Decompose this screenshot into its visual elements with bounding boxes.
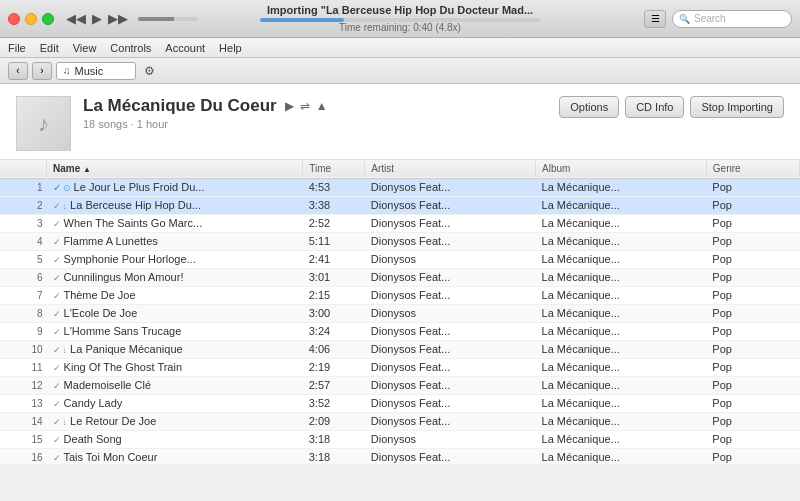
album-title: La Mécanique Du Coeur <box>83 96 277 116</box>
track-genre: Pop <box>706 430 799 448</box>
menu-account[interactable]: Account <box>165 42 205 54</box>
status-icons: ✓ <box>53 237 61 247</box>
shuffle-icon[interactable]: ⇌ <box>300 99 310 113</box>
track-number: 6 <box>0 268 47 286</box>
track-album: La Mécanique... <box>536 448 707 464</box>
check-icon: ✓ <box>53 309 61 319</box>
breadcrumb: ♫ Music <box>56 62 136 80</box>
track-artist: Dionysos Feat... <box>365 178 536 196</box>
col-header-name[interactable]: Name ▲ <box>47 160 303 178</box>
album-info: La Mécanique Du Coeur ▶ ⇌ ▲ 18 songs · 1… <box>83 96 559 130</box>
table-row[interactable]: 2 ✓↓ La Berceuse Hip Hop Du... 3:38 Dion… <box>0 196 800 214</box>
track-album: La Mécanique... <box>536 412 707 430</box>
importing-arrow-icon: ⊙ <box>63 183 71 193</box>
rewind-button[interactable]: ◀◀ <box>66 11 86 26</box>
track-time: 2:52 <box>303 214 365 232</box>
importing-title: Importing "La Berceuse Hip Hop Du Docteu… <box>260 4 540 16</box>
track-table-container[interactable]: Name ▲ Time Artist Album Genre 1 ✓⊙ Le J… <box>0 160 800 464</box>
track-artist: Dionysos Feat... <box>365 232 536 250</box>
col-header-genre[interactable]: Genre <box>706 160 799 178</box>
search-placeholder: Search <box>694 13 726 24</box>
track-artist: Dionysos <box>365 304 536 322</box>
gear-button[interactable]: ⚙ <box>140 62 158 80</box>
menu-view[interactable]: View <box>73 42 97 54</box>
check-green-icon: ✓ <box>53 182 61 193</box>
track-time: 4:53 <box>303 178 365 196</box>
table-row[interactable]: 12 ✓ Mademoiselle Clé 2:57 Dionysos Feat… <box>0 376 800 394</box>
table-header-row: Name ▲ Time Artist Album Genre <box>0 160 800 178</box>
album-header: ♪ La Mécanique Du Coeur ▶ ⇌ ▲ 18 songs ·… <box>0 84 800 160</box>
track-number: 4 <box>0 232 47 250</box>
col-header-artist[interactable]: Artist <box>365 160 536 178</box>
minimize-button[interactable] <box>25 13 37 25</box>
track-artist: Dionysos Feat... <box>365 286 536 304</box>
window-controls <box>8 13 54 25</box>
album-action-buttons: Options CD Info Stop Importing <box>559 96 784 122</box>
status-icons: ✓↓ <box>53 201 68 211</box>
table-row[interactable]: 6 ✓ Cunnilingus Mon Amour! 3:01 Dionysos… <box>0 268 800 286</box>
track-album: La Mécanique... <box>536 250 707 268</box>
album-art: ♪ <box>16 96 71 151</box>
check-icon: ✓ <box>53 345 61 355</box>
table-row[interactable]: 13 ✓ Candy Lady 3:52 Dionysos Feat... La… <box>0 394 800 412</box>
check-icon: ✓ <box>53 363 61 373</box>
cd-info-button[interactable]: CD Info <box>625 96 684 118</box>
fast-forward-button[interactable]: ▶▶ <box>108 11 128 26</box>
table-row[interactable]: 10 ✓↓ La Panique Mécanique 4:06 Dionysos… <box>0 340 800 358</box>
menu-help[interactable]: Help <box>219 42 242 54</box>
table-row[interactable]: 5 ✓ Symphonie Pour Horloge... 2:41 Diony… <box>0 250 800 268</box>
track-number: 11 <box>0 358 47 376</box>
track-number: 15 <box>0 430 47 448</box>
track-album: La Mécanique... <box>536 340 707 358</box>
track-time: 3:00 <box>303 304 365 322</box>
play-album-icon[interactable]: ▶ <box>285 99 294 113</box>
table-row[interactable]: 15 ✓ Death Song 3:18 Dionysos La Mécaniq… <box>0 430 800 448</box>
track-name: ✓ Thème De Joe <box>47 286 303 304</box>
table-row[interactable]: 9 ✓ L'Homme Sans Trucage 3:24 Dionysos F… <box>0 322 800 340</box>
table-row[interactable]: 1 ✓⊙ Le Jour Le Plus Froid Du... 4:53 Di… <box>0 178 800 196</box>
track-time: 3:01 <box>303 268 365 286</box>
col-header-time[interactable]: Time <box>303 160 365 178</box>
options-button[interactable]: Options <box>559 96 619 118</box>
track-time: 3:18 <box>303 448 365 464</box>
close-button[interactable] <box>8 13 20 25</box>
menu-file[interactable]: File <box>8 42 26 54</box>
track-name: ✓ L'Ecole De Joe <box>47 304 303 322</box>
search-box[interactable]: 🔍 Search <box>672 10 792 28</box>
play-button[interactable]: ▶ <box>92 11 102 26</box>
track-artist: Dionysos Feat... <box>365 268 536 286</box>
col-header-album[interactable]: Album <box>536 160 707 178</box>
stop-importing-button[interactable]: Stop Importing <box>690 96 784 118</box>
maximize-button[interactable] <box>42 13 54 25</box>
status-icons: ✓ <box>53 399 61 409</box>
upload-icon[interactable]: ▲ <box>316 99 328 113</box>
track-album: La Mécanique... <box>536 286 707 304</box>
status-icons: ✓ <box>53 453 61 463</box>
track-album: La Mécanique... <box>536 232 707 250</box>
table-row[interactable]: 14 ✓↓ Le Retour De Joe 2:09 Dionysos Fea… <box>0 412 800 430</box>
back-button[interactable]: ‹ <box>8 62 28 80</box>
table-row[interactable]: 11 ✓ King Of The Ghost Train 2:19 Dionys… <box>0 358 800 376</box>
track-genre: Pop <box>706 250 799 268</box>
track-name: ✓⊙ Le Jour Le Plus Froid Du... <box>47 178 303 196</box>
menu-controls[interactable]: Controls <box>110 42 151 54</box>
track-genre: Pop <box>706 214 799 232</box>
table-row[interactable]: 7 ✓ Thème De Joe 2:15 Dionysos Feat... L… <box>0 286 800 304</box>
forward-button[interactable]: › <box>32 62 52 80</box>
status-icons: ✓↓ <box>53 345 68 355</box>
track-genre: Pop <box>706 448 799 464</box>
list-view-button[interactable]: ☰ <box>644 10 666 28</box>
table-row[interactable]: 4 ✓ Flamme A Lunettes 5:11 Dionysos Feat… <box>0 232 800 250</box>
status-icons: ✓ <box>53 219 61 229</box>
volume-slider[interactable] <box>138 17 198 21</box>
track-name: ✓ Cunnilingus Mon Amour! <box>47 268 303 286</box>
status-icons: ✓ <box>53 309 61 319</box>
track-artist: Dionysos Feat... <box>365 340 536 358</box>
status-icons: ✓ <box>53 273 61 283</box>
track-name: ✓ Symphonie Pour Horloge... <box>47 250 303 268</box>
table-row[interactable]: 8 ✓ L'Ecole De Joe 3:00 Dionysos La Méca… <box>0 304 800 322</box>
menu-edit[interactable]: Edit <box>40 42 59 54</box>
table-row[interactable]: 3 ✓ When The Saints Go Marc... 2:52 Dion… <box>0 214 800 232</box>
table-row[interactable]: 16 ✓ Tais Toi Mon Coeur 3:18 Dionysos Fe… <box>0 448 800 464</box>
music-note-icon: ♫ <box>63 65 71 76</box>
